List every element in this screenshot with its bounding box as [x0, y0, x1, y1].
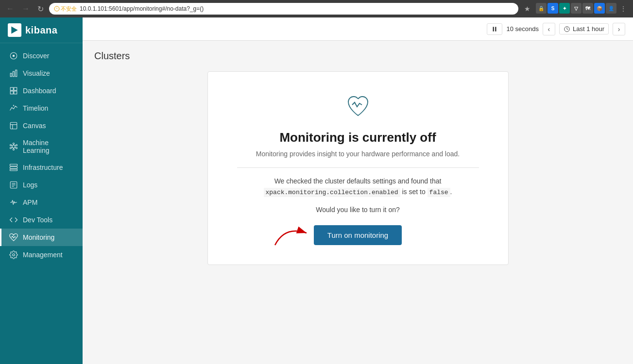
sidebar-item-infrastructure[interactable]: Infrastructure	[0, 159, 83, 176]
page-content: Clusters Monitoring is currently off Mon…	[83, 41, 633, 364]
menu-button[interactable]: ⋮	[617, 3, 629, 15]
sidebar-item-machine-learning[interactable]: Machine Learning	[0, 134, 83, 159]
sidebar-nav: Discover Visualize Dashboard	[0, 43, 83, 364]
insecure-label: 不安全	[54, 5, 77, 13]
dashboard-icon	[9, 86, 18, 95]
sidebar-item-dev-tools[interactable]: Dev Tools	[0, 211, 83, 229]
ext-icon-4[interactable]: ▽	[571, 3, 582, 14]
time-next-button[interactable]: ›	[613, 23, 625, 35]
ext-icon-3[interactable]: ✦	[559, 3, 570, 14]
sidebar-item-canvas[interactable]: Canvas	[0, 117, 83, 134]
svg-rect-6	[13, 71, 15, 77]
svg-point-17	[13, 143, 15, 145]
sidebar-item-label: Infrastructure	[23, 164, 63, 171]
ext-icon-1[interactable]: 🔒	[536, 3, 547, 14]
time-range-label: Last 1 hour	[573, 25, 604, 33]
card-info: We checked the cluster defaults settings…	[237, 176, 479, 198]
svg-line-27	[11, 148, 12, 148]
sidebar-logo-text: kibana	[25, 25, 57, 36]
main-content: 10 seconds ‹ Last 1 hour › Clusters Moni…	[83, 17, 633, 364]
sidebar-item-discover[interactable]: Discover	[0, 47, 83, 65]
sidebar-item-management[interactable]: Management	[0, 246, 83, 264]
kibana-logo-icon	[8, 23, 21, 37]
canvas-icon	[9, 121, 18, 130]
monitoring-card: Monitoring is currently off Monitoring p…	[207, 71, 509, 265]
svg-rect-29	[10, 164, 17, 166]
discover-icon	[9, 51, 18, 60]
time-range-picker[interactable]: Last 1 hour	[559, 23, 609, 34]
refresh-button[interactable]: ↻	[35, 3, 46, 15]
monitoring-icon	[9, 233, 18, 242]
refresh-interval: 10 seconds	[506, 25, 539, 33]
svg-point-43	[13, 254, 15, 256]
card-subtext: Monitoring provides insight to your hard…	[237, 150, 479, 158]
svg-point-20	[13, 149, 15, 150]
app-container: kibana Discover Visualize	[0, 17, 633, 364]
sidebar-item-label: Machine Learning	[23, 139, 75, 154]
sidebar-item-monitoring[interactable]: Monitoring	[0, 229, 83, 246]
sidebar-item-label: Monitoring	[23, 233, 54, 241]
pause-button[interactable]	[487, 23, 502, 35]
sidebar-item-label: Canvas	[23, 122, 46, 130]
card-code-value: false	[428, 188, 450, 197]
sidebar-item-logs[interactable]: Logs	[0, 176, 83, 194]
sidebar-item-apm[interactable]: APM	[0, 194, 83, 211]
arrow-annotation	[270, 216, 319, 250]
monitoring-heart-icon	[343, 91, 373, 120]
ext-icon-6[interactable]: 📦	[594, 3, 605, 14]
visualize-icon	[9, 69, 18, 78]
svg-rect-13	[10, 122, 17, 129]
infrastructure-icon	[9, 163, 18, 172]
svg-point-4	[13, 55, 15, 57]
svg-rect-44	[493, 27, 494, 31]
dev-tools-icon	[9, 215, 18, 224]
svg-rect-8	[10, 87, 13, 90]
page-title: Clusters	[94, 50, 621, 62]
card-divider	[237, 167, 479, 168]
sidebar-item-label: Discover	[23, 52, 49, 60]
svg-line-39	[13, 201, 14, 205]
bookmark-button[interactable]: ★	[521, 3, 533, 15]
svg-point-22	[10, 145, 12, 146]
logs-icon	[9, 181, 18, 189]
svg-point-18	[16, 145, 17, 146]
sidebar: kibana Discover Visualize	[0, 17, 83, 364]
sidebar-item-label: Logs	[23, 181, 37, 189]
sidebar-item-visualize[interactable]: Visualize	[0, 65, 83, 82]
svg-point-21	[10, 148, 12, 149]
management-icon	[9, 250, 18, 259]
back-button[interactable]: ←	[4, 3, 17, 14]
svg-line-28	[11, 146, 12, 146]
svg-rect-30	[10, 167, 17, 169]
card-icon	[237, 91, 479, 120]
sidebar-item-label: Dev Tools	[23, 216, 52, 224]
sidebar-item-label: Management	[23, 251, 63, 259]
svg-rect-10	[10, 91, 13, 94]
svg-rect-9	[14, 87, 17, 90]
timelion-icon	[9, 104, 18, 113]
card-code-key: xpack.monitoring.collection.enabled	[264, 188, 400, 197]
turn-on-monitoring-button[interactable]: Turn on monitoring	[314, 225, 402, 245]
ext-icon-5[interactable]: 🗺	[582, 3, 593, 14]
machine-learning-icon	[9, 142, 18, 151]
browser-chrome: ← → ↻ 不安全 10.0.1.101:5601/app/monitoring…	[0, 0, 633, 17]
address-bar[interactable]: 不安全 10.0.1.101:5601/app/monitoring#/no-d…	[49, 3, 518, 15]
sidebar-item-timelion[interactable]: Timelion	[0, 99, 83, 117]
sidebar-item-label: Dashboard	[23, 87, 56, 95]
svg-rect-45	[496, 27, 496, 31]
ext-icon-7[interactable]: 👤	[606, 3, 616, 14]
svg-line-41	[15, 202, 16, 203]
svg-rect-31	[10, 169, 17, 171]
url-text: 10.0.1.101:5601/app/monitoring#/no-data?…	[80, 5, 204, 12]
sidebar-item-dashboard[interactable]: Dashboard	[0, 82, 83, 99]
time-prev-button[interactable]: ‹	[543, 23, 555, 35]
card-question: Would you like to turn it on?	[237, 206, 479, 214]
card-heading: Monitoring is currently off	[237, 130, 479, 145]
svg-rect-5	[10, 73, 12, 77]
sidebar-logo[interactable]: kibana	[0, 17, 83, 43]
forward-button[interactable]: →	[19, 3, 32, 14]
svg-marker-12	[13, 105, 15, 106]
sidebar-item-label: APM	[23, 199, 37, 206]
ext-icon-2[interactable]: S	[547, 3, 558, 14]
svg-line-24	[15, 146, 16, 146]
